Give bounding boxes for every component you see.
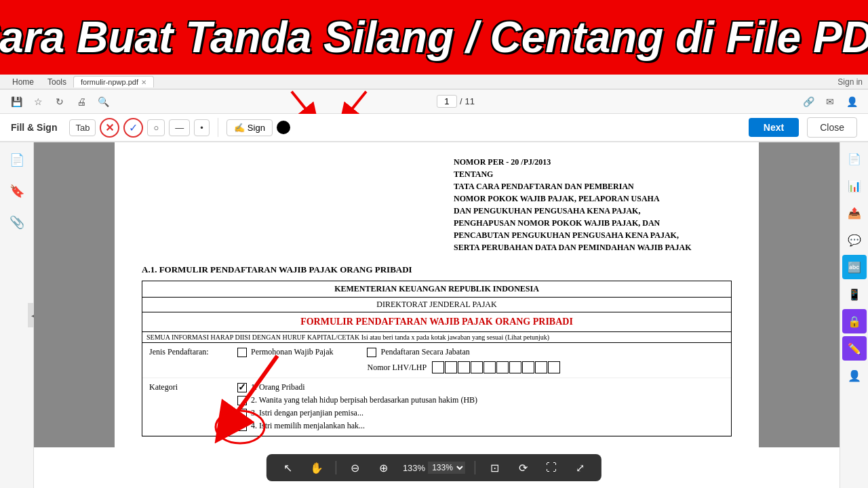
close-button[interactable]: Close (807, 117, 857, 138)
browser-tools[interactable]: Tools (41, 77, 73, 87)
zoom-in-icon[interactable]: ⊕ (374, 458, 393, 477)
sidebar-bookmarks-icon[interactable]: 🔖 (6, 180, 28, 202)
tab-button[interactable]: Tab (69, 119, 96, 136)
rs-layers-icon[interactable]: 📊 (842, 174, 867, 198)
lhv-box-5[interactable] (484, 361, 496, 373)
browser-chrome: Home Tools formulir-npwp.pdf ✕ Sign in (0, 75, 868, 89)
rs-security-icon[interactable]: 🔒 (842, 309, 867, 333)
x-icon: ✕ (105, 121, 114, 134)
jenis-label: Jenis Pendaftaran: (149, 347, 231, 357)
pendaftaran-label: Pendaftaran Secara Jabatan (380, 347, 469, 357)
tab-filename: formulir-npwp.pdf (81, 78, 138, 86)
zoom-search-icon[interactable]: 🔍 (95, 94, 111, 110)
bt-divider-2 (475, 461, 475, 474)
rotate-icon[interactable]: ⟳ (513, 458, 532, 477)
kat-row-1: ✓ 1. Orang Pribadi (237, 382, 477, 392)
sidebar-attachments-icon[interactable]: 📎 (6, 211, 28, 233)
rs-mobile-icon[interactable]: 📱 (842, 282, 867, 306)
page-total: 11 (465, 96, 475, 106)
kat2-checkbox[interactable] (237, 396, 247, 405)
rs-sign-icon[interactable]: ✏️ (842, 336, 867, 361)
sign-button[interactable]: ✍ Sign (226, 119, 273, 136)
divider (218, 118, 218, 137)
lhv-box-10[interactable] (548, 361, 560, 373)
ellipse-button[interactable]: ○ (147, 119, 165, 136)
rs-export-icon[interactable]: 📤 (842, 201, 867, 225)
rs-translate-icon[interactable]: 🔤 (842, 255, 867, 279)
bt-divider-1 (336, 461, 336, 474)
kat2-label: 2. Wanita yang telah hidup berpisah berd… (251, 395, 477, 405)
share-icon[interactable]: 🔗 (800, 94, 816, 110)
kat-row-2: 2. Wanita yang telah hidup berpisah berd… (237, 395, 477, 405)
permohonan-checkbox-row: Permohonan Wajib Pajak (237, 347, 333, 357)
sign-label: Sign (248, 123, 265, 133)
lhv-box-2[interactable] (445, 361, 457, 373)
rs-comment-icon[interactable]: 💬 (842, 228, 867, 252)
refresh-icon[interactable]: ↻ (52, 94, 68, 110)
pdf-header: NOMOR PER - 20 /PJ/2013 TENTANG TATA CAR… (454, 156, 732, 253)
browser-tab[interactable]: formulir-npwp.pdf ✕ (73, 76, 154, 87)
kategori-label: Kategori (149, 382, 231, 392)
color-picker[interactable] (277, 121, 290, 134)
sign-in-link[interactable]: Sign in (837, 77, 863, 87)
tab-close-icon[interactable]: ✕ (141, 79, 146, 86)
nomor-lhv-row: Nomor LHV/LHP (367, 361, 560, 373)
jenis-pendaftaran-row: Jenis Pendaftaran: Permohonan Wajib Paja… (142, 343, 731, 378)
left-sidebar: 📄 🔖 📎 ◀ (0, 142, 34, 488)
rs-user-icon[interactable]: 👤 (842, 363, 867, 388)
rs-pages-icon[interactable]: 📄 (842, 146, 867, 171)
more-tools-icon[interactable]: ⤢ (570, 458, 589, 477)
nomor-lhv-boxes (432, 361, 560, 373)
check-button[interactable]: ✓ (123, 118, 143, 138)
email-icon[interactable]: ✉ (822, 94, 838, 110)
kat-row-4: 4. Istri memilih menjalankan hak... (237, 421, 477, 431)
pendaftaran-checkbox[interactable] (367, 348, 376, 357)
lhv-box-1[interactable] (432, 361, 444, 373)
permohonan-checkbox[interactable] (237, 348, 247, 357)
fill-sign-label: Fill & Sign (11, 122, 57, 133)
zoom-level: 133% 133% 100% 75% 150% 200% (403, 462, 465, 474)
zoom-select[interactable]: 133% 100% 75% 150% 200% (428, 462, 465, 474)
page-separator: / (460, 96, 462, 106)
page-number-input[interactable] (437, 95, 457, 108)
pdf-area: NOMOR PER - 20 /PJ/2013 TENTANG TATA CAR… (34, 142, 840, 447)
zoom-out-icon[interactable]: ⊖ (346, 458, 365, 477)
lhv-box-7[interactable] (509, 361, 521, 373)
save-icon[interactable]: 💾 (8, 94, 24, 110)
permohonan-label: Permohonan Wajib Pajak (251, 347, 333, 357)
lhv-box-3[interactable] (458, 361, 470, 373)
user-icon[interactable]: 👤 (844, 94, 860, 110)
kat4-checkbox[interactable] (237, 422, 247, 431)
lhv-box-6[interactable] (496, 361, 509, 373)
kat1-checkbox[interactable]: ✓ (237, 383, 247, 392)
sidebar-pages-icon[interactable]: 📄 (6, 149, 28, 171)
cursor-tool-icon[interactable]: ↖ (279, 458, 298, 477)
hand-tool-icon[interactable]: ✋ (307, 458, 326, 477)
pdf-toolbar: 💾 ☆ ↻ 🖨 🔍 / 11 🔗 ✉ 👤 (0, 89, 868, 114)
pendaftaran-checkbox-row: Pendaftaran Secara Jabatan (367, 347, 560, 357)
next-button[interactable]: Next (749, 118, 799, 137)
page-navigation: / 11 (437, 95, 475, 108)
fullscreen-icon[interactable]: ⛶ (542, 458, 561, 477)
header-line4: PENGHAPUSAN NOMOR POKOK WAJIB PAJAK, DAN (454, 217, 732, 229)
lhv-box-9[interactable] (535, 361, 547, 373)
browser-home[interactable]: Home (5, 77, 41, 87)
kat3-checkbox[interactable] (237, 409, 247, 418)
dot-button[interactable]: • (194, 119, 210, 136)
fill-sign-toolbar: Fill & Sign Tab ✕ ✓ ○ — • ✍ Sign Next Cl… (0, 114, 868, 142)
header-line2: NOMOR POKOK WAJIB PAJAK, PELAPORAN USAHA (454, 192, 732, 205)
lhv-box-4[interactable] (471, 361, 483, 373)
pendaftaran-checkbox-group: Pendaftaran Secara Jabatan Nomor LHV/LHP (367, 347, 560, 373)
x-button[interactable]: ✕ (100, 118, 119, 138)
header-line6: SERTA PERUBAHAN DATA DAN PEMINDAHAN WAJI… (454, 241, 732, 253)
bottom-toolbar: ↖ ✋ ⊖ ⊕ 133% 133% 100% 75% 150% 200% ⊡ ⟳… (267, 454, 601, 481)
lhv-box-8[interactable] (522, 361, 534, 373)
pdf-page: NOMOR PER - 20 /PJ/2013 TENTANG TATA CAR… (115, 142, 759, 447)
bookmark-icon[interactable]: ☆ (30, 94, 46, 110)
form-title: FORMULIR PENDAFTARAN WAJIB PAJAK ORANG P… (142, 312, 731, 332)
print-icon[interactable]: 🖨 (73, 94, 90, 110)
header-line1: TATA CARA PENDAFTARAN DAN PEMBERIAN (454, 180, 732, 192)
kat1-label: 1. Orang Pribadi (251, 382, 305, 392)
line-button[interactable]: — (169, 119, 190, 136)
fit-page-icon[interactable]: ⊡ (485, 458, 504, 477)
